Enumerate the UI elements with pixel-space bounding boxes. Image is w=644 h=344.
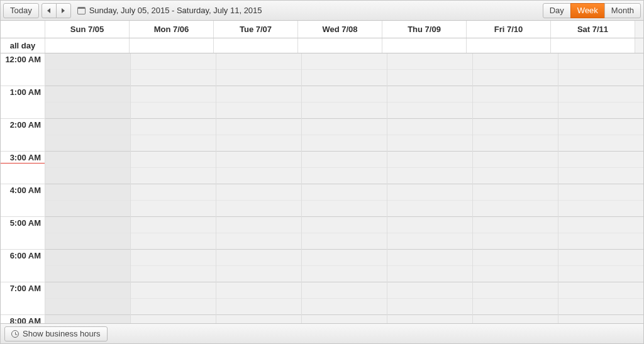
view-month-button[interactable]: Month bbox=[604, 3, 641, 18]
next-button[interactable] bbox=[56, 3, 71, 18]
time-slot[interactable] bbox=[216, 233, 301, 250]
time-slot[interactable] bbox=[131, 266, 216, 282]
day-header[interactable]: Sun 7/05 bbox=[45, 21, 129, 38]
time-slot[interactable] bbox=[473, 152, 558, 168]
all-day-cell[interactable] bbox=[213, 38, 297, 53]
time-slot[interactable] bbox=[558, 233, 643, 250]
time-slot[interactable] bbox=[387, 168, 472, 184]
time-slot[interactable] bbox=[387, 266, 472, 282]
time-slot[interactable] bbox=[45, 201, 130, 217]
time-slot[interactable] bbox=[45, 315, 130, 323]
time-slot[interactable] bbox=[302, 119, 387, 135]
time-slot[interactable] bbox=[473, 282, 558, 299]
time-slot[interactable] bbox=[45, 217, 130, 233]
time-slot[interactable] bbox=[473, 250, 558, 266]
time-slot[interactable] bbox=[216, 217, 301, 233]
time-slot[interactable] bbox=[558, 119, 643, 135]
time-slot[interactable] bbox=[45, 250, 130, 266]
time-slot[interactable] bbox=[131, 184, 216, 201]
time-slot[interactable] bbox=[131, 70, 216, 86]
day-header[interactable]: Sat 7/11 bbox=[550, 21, 635, 38]
time-slot[interactable] bbox=[558, 266, 643, 282]
time-slot[interactable] bbox=[302, 184, 387, 201]
time-slot[interactable] bbox=[387, 282, 472, 299]
time-slot[interactable] bbox=[473, 103, 558, 119]
time-slot[interactable] bbox=[216, 119, 301, 135]
time-slot[interactable] bbox=[387, 135, 472, 152]
time-slot[interactable] bbox=[216, 299, 301, 315]
time-slot[interactable] bbox=[45, 103, 130, 119]
time-slot[interactable] bbox=[558, 184, 643, 201]
time-slot[interactable] bbox=[131, 315, 216, 323]
day-header[interactable]: Wed 7/08 bbox=[297, 21, 382, 38]
time-slot[interactable] bbox=[558, 168, 643, 184]
today-button[interactable]: Today bbox=[3, 3, 39, 18]
time-slot[interactable] bbox=[387, 184, 472, 201]
time-slot[interactable] bbox=[387, 53, 472, 70]
time-slot[interactable] bbox=[558, 53, 643, 70]
time-slot[interactable] bbox=[216, 86, 301, 103]
time-slot[interactable] bbox=[216, 201, 301, 217]
time-slot[interactable] bbox=[45, 233, 130, 250]
time-slot[interactable] bbox=[558, 282, 643, 299]
all-day-cell[interactable] bbox=[382, 38, 466, 53]
time-slot[interactable] bbox=[387, 119, 472, 135]
time-slot[interactable] bbox=[387, 250, 472, 266]
time-slot[interactable] bbox=[216, 266, 301, 282]
time-slot[interactable] bbox=[216, 250, 301, 266]
day-header[interactable]: Tue 7/07 bbox=[213, 21, 297, 38]
all-day-cell[interactable] bbox=[297, 38, 382, 53]
time-slot[interactable] bbox=[216, 184, 301, 201]
time-slot[interactable] bbox=[216, 70, 301, 86]
time-slot[interactable] bbox=[302, 266, 387, 282]
time-slot[interactable] bbox=[302, 53, 387, 70]
time-slot[interactable] bbox=[131, 103, 216, 119]
time-slot[interactable] bbox=[302, 201, 387, 217]
time-slot[interactable] bbox=[45, 135, 130, 152]
time-slot[interactable] bbox=[302, 86, 387, 103]
time-slot[interactable] bbox=[131, 135, 216, 152]
time-slot[interactable] bbox=[45, 119, 130, 135]
time-slot[interactable] bbox=[131, 201, 216, 217]
day-header[interactable]: Mon 7/06 bbox=[129, 21, 213, 38]
time-slot[interactable] bbox=[216, 168, 301, 184]
time-slot[interactable] bbox=[45, 184, 130, 201]
all-day-cell[interactable] bbox=[466, 38, 550, 53]
time-slot[interactable] bbox=[302, 168, 387, 184]
time-slot[interactable] bbox=[387, 217, 472, 233]
time-slot[interactable] bbox=[558, 152, 643, 168]
time-slot[interactable] bbox=[387, 201, 472, 217]
time-slot[interactable] bbox=[131, 299, 216, 315]
time-slot[interactable] bbox=[302, 70, 387, 86]
time-slot[interactable] bbox=[473, 233, 558, 250]
time-slot[interactable] bbox=[387, 299, 472, 315]
time-slot[interactable] bbox=[45, 152, 130, 168]
time-slot[interactable] bbox=[302, 135, 387, 152]
show-business-hours-button[interactable]: Show business hours bbox=[4, 326, 108, 341]
time-slot[interactable] bbox=[558, 250, 643, 266]
time-slot[interactable] bbox=[387, 70, 472, 86]
view-week-button[interactable]: Week bbox=[570, 3, 605, 18]
time-slot[interactable] bbox=[302, 152, 387, 168]
time-slot[interactable] bbox=[473, 119, 558, 135]
time-slot[interactable] bbox=[302, 217, 387, 233]
all-day-cell[interactable] bbox=[45, 38, 129, 53]
time-slot[interactable] bbox=[473, 217, 558, 233]
day-header[interactable]: Fri 7/10 bbox=[466, 21, 550, 38]
time-slot[interactable] bbox=[387, 152, 472, 168]
day-header[interactable]: Thu 7/09 bbox=[382, 21, 466, 38]
time-slot[interactable] bbox=[558, 70, 643, 86]
time-grid-scroll[interactable]: 12:00 AM1:00 AM2:00 AM3:00 AM4:00 AM5:00… bbox=[1, 53, 643, 323]
time-slot[interactable] bbox=[131, 119, 216, 135]
time-slot[interactable] bbox=[558, 103, 643, 119]
time-slot[interactable] bbox=[302, 250, 387, 266]
time-slot[interactable] bbox=[302, 299, 387, 315]
date-range-picker[interactable]: Sunday, July 05, 2015 - Saturday, July 1… bbox=[77, 6, 262, 15]
time-slot[interactable] bbox=[131, 86, 216, 103]
time-slot[interactable] bbox=[473, 266, 558, 282]
time-slot[interactable] bbox=[131, 53, 216, 70]
time-slot[interactable] bbox=[216, 315, 301, 323]
time-slot[interactable] bbox=[473, 201, 558, 217]
time-slot[interactable] bbox=[131, 233, 216, 250]
time-slot[interactable] bbox=[387, 86, 472, 103]
